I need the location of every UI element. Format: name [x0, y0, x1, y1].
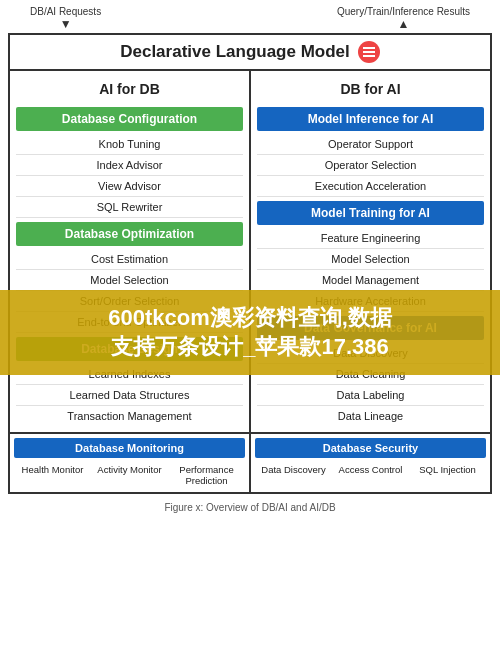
- ai-for-db-column: AI for DB Database Configuration Knob Tu…: [10, 71, 251, 432]
- operator-selection-item: Operator Selection: [257, 155, 484, 176]
- model-sel-item: Model Selection: [257, 249, 484, 270]
- sort-order-item: Sort/Order Selection: [16, 291, 243, 312]
- end-to-end-item: End-to-end Optimizer: [16, 312, 243, 333]
- operator-support-item: Operator Support: [257, 134, 484, 155]
- dlm-title: Declarative Language Model: [120, 42, 350, 62]
- dlm-header: Declarative Language Model: [10, 35, 490, 71]
- top-arrows: DB/AI Requests Query/Train/Inference Res…: [0, 0, 500, 33]
- model-inference-header: Model Inference for AI: [257, 107, 484, 131]
- data-labeling-item: Data Labeling: [257, 385, 484, 406]
- data-governance-header: Data Governance for AI: [257, 316, 484, 340]
- down-arrow-icon: [60, 17, 72, 31]
- dlm-icon-line-1: [363, 47, 375, 49]
- activity-monitor-item: Activity Monitor: [91, 462, 168, 488]
- dlm-icon: [358, 41, 380, 63]
- model-selection-item: Model Selection: [16, 270, 243, 291]
- data-discovery-item: Data Discovery: [257, 343, 484, 364]
- dlm-icon-lines: [363, 47, 375, 57]
- view-advisor-item: View Advisor: [16, 176, 243, 197]
- cost-estimation-item: Cost Estimation: [16, 249, 243, 270]
- db-monitoring-col: Database Monitoring Health Monitor Activ…: [10, 434, 251, 492]
- access-control-item: Access Control: [332, 462, 409, 477]
- sql-rewriter-item: SQL Rewriter: [16, 197, 243, 218]
- db-security-items: Data Discovery Access Control SQL Inject…: [255, 462, 486, 477]
- right-arrow-text: Query/Train/Inference Results: [337, 6, 470, 17]
- db-design-header: Database Design: [16, 337, 243, 361]
- perf-prediction-item: Performance Prediction: [168, 462, 245, 488]
- dlm-icon-line-2: [363, 51, 375, 53]
- learned-ds-item: Learned Data Structures: [16, 385, 243, 406]
- learned-indexes-item: Learned Indexes: [16, 364, 243, 385]
- db-for-ai-header: DB for AI: [257, 77, 484, 101]
- feature-eng-item: Feature Engineering: [257, 228, 484, 249]
- index-advisor-item: Index Advisor: [16, 155, 243, 176]
- figure-caption: Figure x: Overview of DB/AI and AI/DB: [0, 498, 500, 515]
- model-training-header: Model Training for AI: [257, 201, 484, 225]
- transaction-mgmt-item: Transaction Management: [16, 406, 243, 426]
- right-arrow-label: Query/Train/Inference Results: [337, 6, 470, 31]
- main-diagram: Declarative Language Model AI for DB Dat…: [8, 33, 492, 494]
- db-opt-header: Database Optimization: [16, 222, 243, 246]
- knob-tuning-item: Knob Tuning: [16, 134, 243, 155]
- db-config-header: Database Configuration: [16, 107, 243, 131]
- data-discovery-sec-item: Data Discovery: [255, 462, 332, 477]
- health-monitor-item: Health Monitor: [14, 462, 91, 488]
- left-arrow-text: DB/AI Requests: [30, 6, 101, 17]
- data-lineage-item: Data Lineage: [257, 406, 484, 426]
- db-monitoring-items: Health Monitor Activity Monitor Performa…: [14, 462, 245, 488]
- db-for-ai-column: DB for AI Model Inference for AI Operato…: [251, 71, 490, 432]
- hardware-accel-item: Hardware Acceleration: [257, 291, 484, 312]
- dlm-icon-line-3: [363, 55, 375, 57]
- execution-accel-item: Execution Acceleration: [257, 176, 484, 197]
- model-mgmt-item: Model Management: [257, 270, 484, 291]
- left-arrow-label: DB/AI Requests: [30, 6, 101, 31]
- db-security-header: Database Security: [255, 438, 486, 458]
- up-arrow-icon: [398, 17, 410, 31]
- db-monitoring-header: Database Monitoring: [14, 438, 245, 458]
- ai-for-db-header: AI for DB: [16, 77, 243, 101]
- data-cleaning-item: Data Cleaning: [257, 364, 484, 385]
- bottom-row: Database Monitoring Health Monitor Activ…: [10, 432, 490, 492]
- sql-injection-item: SQL Injection: [409, 462, 486, 477]
- db-security-col: Database Security Data Discovery Access …: [251, 434, 490, 492]
- main-content: AI for DB Database Configuration Knob Tu…: [10, 71, 490, 432]
